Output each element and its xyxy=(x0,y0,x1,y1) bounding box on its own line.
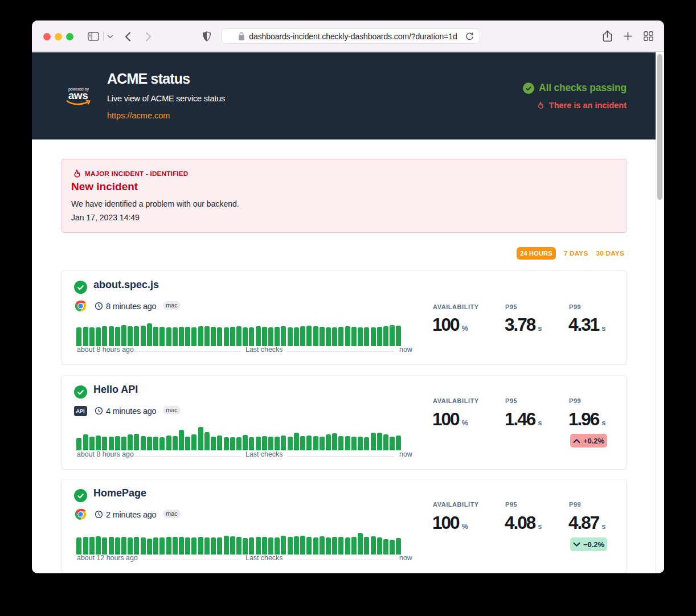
svg-text:aws: aws xyxy=(68,89,88,101)
